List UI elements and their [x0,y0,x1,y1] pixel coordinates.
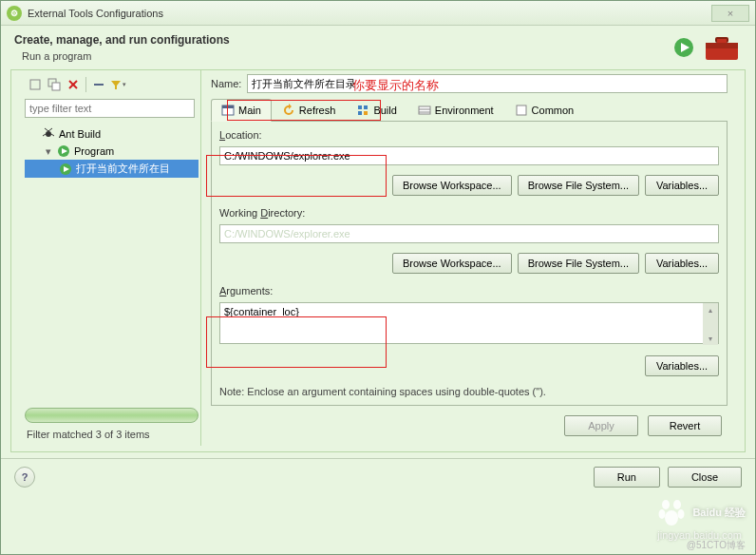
common-tab-icon [515,104,528,117]
tab-refresh[interactable]: Refresh [272,99,347,121]
svg-rect-24 [358,105,362,109]
toolbox-icon [702,33,742,62]
tree-item-program[interactable]: ▾ Program [25,143,198,160]
svg-line-17 [51,134,54,136]
env-tab-icon [418,104,431,117]
annotation-label: 你要显示的名称 [352,77,439,94]
svg-rect-25 [364,105,368,109]
working-dir-label: Working Directory:Working Directory: [219,207,719,219]
tab-label: Environment [435,105,494,116]
sidebar-toolbar: ▾ [23,74,200,95]
tree-label: 打开当前文件所在目 [76,162,170,176]
run-icon [673,37,694,58]
run-config-icon [59,163,72,176]
location-label: LLocation:ocation: [219,129,719,141]
help-button[interactable]: ? [14,467,35,488]
tab-label: Main [238,105,261,116]
tab-label: Refresh [299,105,336,116]
svg-line-15 [48,128,52,131]
titlebar: ⚙ External Tools Configurations × [1,1,755,26]
arguments-input[interactable] [219,302,719,344]
window-title: External Tools Configurations [28,8,711,19]
new-config-button[interactable] [27,76,44,93]
svg-rect-31 [517,105,526,115]
tree-label: Program [74,145,114,157]
tab-build[interactable]: Build [346,99,406,121]
svg-rect-23 [222,105,234,108]
browse-workspace-button[interactable]: Browse Workspace... [392,175,512,196]
svg-rect-5 [717,39,727,43]
svg-rect-6 [30,80,40,89]
tab-label: Common [532,105,575,116]
watermark-corner: @51CTO博客 [687,539,746,552]
tree-collapse-icon[interactable]: ▾ [44,145,53,158]
close-button[interactable]: Close [668,467,742,488]
content-panel: Name: Main Refresh Build Environment [201,70,733,446]
arguments-label: Arguments:Arguments: [219,285,719,297]
svg-point-34 [659,509,666,519]
duplicate-button[interactable] [46,76,63,93]
app-icon: ⚙ [7,6,22,21]
tabstrip: Main Refresh Build Environment Common [211,99,728,122]
sidebar: ▾ Ant Build ▾ Program 打开当前文件所在目 Filter m… [23,70,201,446]
browse-workspace-button-2[interactable]: Browse Workspace... [392,253,512,274]
variables-button[interactable]: Variables... [645,175,719,196]
tab-environment[interactable]: Environment [407,99,504,121]
svg-line-16 [43,134,46,136]
svg-rect-27 [364,111,368,115]
svg-rect-28 [419,106,430,114]
svg-rect-3 [706,43,738,48]
delete-button[interactable] [65,76,82,93]
variables-button-3[interactable]: Variables... [645,355,719,376]
run-button[interactable]: Run [594,467,660,488]
tree-item-ant-build[interactable]: Ant Build [25,125,198,143]
separator [85,77,86,92]
variables-button-2[interactable]: Variables... [645,253,719,274]
svg-marker-12 [111,81,121,89]
ant-icon [42,127,55,141]
svg-line-14 [45,128,48,131]
build-tab-icon [356,104,369,117]
tab-label: Build [373,105,396,116]
main-tab-icon [221,104,235,117]
arguments-note: Note: Enclose an argument containing spa… [219,386,719,397]
watermark: Baidu 经验 [656,497,746,527]
baidu-paw-icon [656,497,687,527]
refresh-tab-icon [282,104,295,117]
header: Create, manage, and run configurations R… [1,26,755,69]
filter-input[interactable] [25,99,195,118]
tab-main[interactable]: Main [211,99,272,122]
location-input[interactable] [219,146,719,165]
svg-rect-8 [52,83,60,90]
program-icon [57,144,70,158]
svg-rect-26 [358,111,362,115]
config-tree[interactable]: Ant Build ▾ Program 打开当前文件所在目 [23,122,200,404]
svg-point-36 [665,510,678,526]
tab-body-main: LLocation:ocation: Browse Workspace... B… [211,122,728,406]
tree-label: Ant Build [59,128,101,140]
arguments-scrollbar[interactable]: ▴▾ [703,303,718,345]
apply-button[interactable]: Apply [564,415,638,436]
collapse-button[interactable] [90,76,107,93]
header-subtitle: Run a program [14,50,673,62]
browse-filesystem-button-2[interactable]: Browse File System... [518,253,639,274]
browse-filesystem-button[interactable]: Browse File System... [518,175,639,196]
svg-point-33 [673,500,681,509]
name-input[interactable] [247,74,728,93]
working-dir-input[interactable] [219,224,719,243]
header-title: Create, manage, and run configurations [14,33,673,47]
filter-button[interactable]: ▾ [109,76,126,93]
filter-status: Filter matched 3 of 3 items [23,427,200,442]
svg-point-32 [662,500,670,509]
close-window-button[interactable]: × [711,5,749,22]
svg-point-35 [678,509,685,519]
revert-button[interactable]: Revert [648,415,722,436]
name-label: Name: [211,78,241,89]
horizontal-scrollbar[interactable] [25,408,198,423]
svg-point-13 [46,131,51,137]
tree-item-open-folder[interactable]: 打开当前文件所在目 [25,160,198,178]
tab-common[interactable]: Common [504,99,585,121]
svg-rect-11 [94,84,104,86]
footer: ? Run Close [1,458,755,495]
